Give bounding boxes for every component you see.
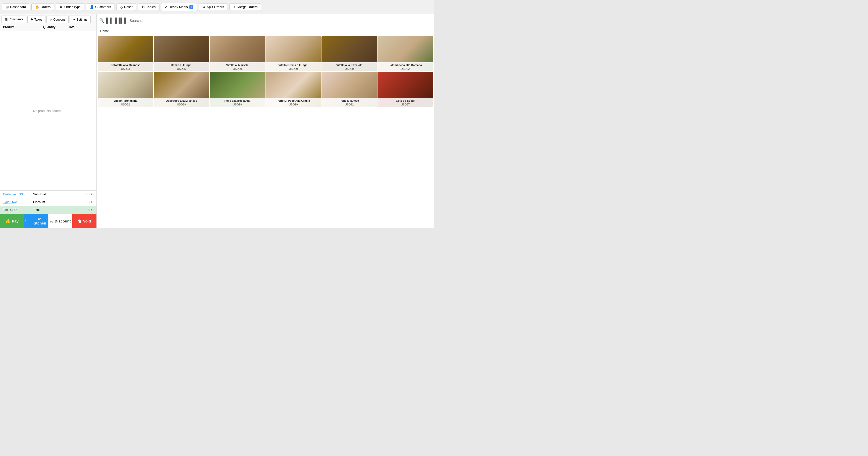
food-price: USD37: [378, 103, 432, 106]
dashboard-label: Dashboard: [10, 5, 26, 9]
food-grid: Cotoletta alla Milanese USD23 Manzo ai F…: [97, 35, 434, 108]
food-item[interactable]: Petto Di Pollo Alla Griglia USD19: [266, 72, 321, 107]
ready-meals-button[interactable]: ✓ Ready Meals 0: [161, 3, 197, 11]
barcode-button[interactable]: ▌▌▐▐▌▌: [106, 18, 128, 23]
product-table-header: Product Quantity Total: [0, 23, 96, 31]
food-overlay: Saltimbocca alla Romana USD22: [377, 62, 433, 71]
void-button[interactable]: 🗑 Void: [72, 214, 96, 228]
order-summary: Customer : N/A Sub Total USD0 Type : N/A…: [0, 190, 96, 214]
merge-orders-button[interactable]: ✳ Merge Orders: [229, 3, 261, 11]
tab-bar: ▦ Comments ⚑ Taxes ◎ Coupons ✱ Settings: [0, 14, 96, 23]
kitchen-icon: 🍴: [24, 219, 29, 223]
customers-button[interactable]: 👤 Customers: [86, 3, 115, 11]
pay-button[interactable]: 💰 Pay: [0, 214, 24, 228]
tab-taxes[interactable]: ⚑ Taxes: [27, 15, 45, 23]
food-item[interactable]: Pollo alla Boscaiola USD19: [210, 72, 265, 107]
orders-label: Orders: [41, 5, 51, 9]
subtotal-label: Sub Total: [33, 193, 63, 196]
product-list: No products added...: [0, 31, 96, 190]
col-product: Product: [3, 25, 43, 29]
tab-comments[interactable]: ▦ Comments: [1, 15, 26, 23]
order-type-button[interactable]: 🖥 Order Type: [56, 3, 84, 11]
tab-coupons[interactable]: ◎ Coupons: [46, 15, 68, 23]
breadcrumb: Home ›: [97, 27, 434, 35]
food-item[interactable]: Cotoletta alla Milanese USD23: [98, 36, 153, 71]
food-overlay: Manzo ai Funghi USD25: [154, 62, 209, 71]
food-name: Vitello Parmigiana: [99, 99, 152, 102]
type-row: Type : N/A Discount USD0: [0, 198, 96, 206]
discount-button[interactable]: % Discount: [48, 214, 72, 228]
food-item[interactable]: Saltimbocca alla Romana USD22: [377, 36, 433, 71]
food-overlay: Vitello Parmigiana USD22: [98, 98, 153, 107]
void-icon: 🗑: [78, 219, 82, 223]
customers-icon: 👤: [90, 5, 94, 9]
search-button[interactable]: 🔍: [99, 18, 104, 23]
breadcrumb-chevron: ›: [111, 29, 112, 33]
food-item[interactable]: Vitello Parmigiana USD22: [98, 72, 153, 107]
food-item[interactable]: Ossobuco alla Milanese USD29: [154, 72, 209, 107]
food-overlay: Ossobuco alla Milanese USD29: [154, 98, 209, 107]
food-name: Petto Di Pollo Alla Griglia: [267, 99, 320, 102]
main-layout: ▦ Comments ⚑ Taxes ◎ Coupons ✱ Settings …: [0, 14, 434, 228]
kitchen-button[interactable]: 🍴 To Kitchen: [24, 214, 48, 228]
subtotal-value: USD0: [63, 193, 93, 196]
food-overlay: Vitello Crema e Funghi USD20: [266, 62, 321, 71]
food-name: Cotoletta alla Milanese: [99, 64, 152, 67]
food-price: USD22: [378, 67, 432, 70]
food-item[interactable]: Vitello alla Pizzaiola USD20: [321, 36, 377, 71]
food-name: Manzo ai Funghi: [155, 64, 208, 67]
food-name: Vitello al Marsala: [211, 64, 264, 67]
discount-label: Discount: [55, 219, 71, 223]
orders-button[interactable]: ✋ Orders: [31, 3, 55, 11]
dashboard-button[interactable]: ⊞ Dashboard: [2, 3, 30, 11]
food-overlay: Cote de Boeuf USD37: [377, 98, 433, 107]
food-price: USD20: [211, 67, 264, 70]
coupons-icon: ◎: [50, 18, 52, 21]
top-navigation: ⊞ Dashboard ✋ Orders 🖥 Order Type 👤 Cust…: [0, 0, 434, 14]
col-quantity: Quantity: [43, 25, 68, 29]
customers-label: Customers: [95, 5, 111, 9]
comments-icon: ▦: [5, 18, 7, 21]
reset-label: Reset: [124, 5, 133, 9]
tab-settings[interactable]: ✱ Settings: [69, 15, 90, 23]
action-buttons: 💰 Pay 🍴 To Kitchen % Discount 🗑 Void: [0, 214, 96, 228]
total-value: USD0: [63, 208, 93, 212]
tax-label: Tax : USD0: [3, 208, 33, 212]
food-name: Ossobuco alla Milanese: [155, 99, 208, 102]
left-panel: ▦ Comments ⚑ Taxes ◎ Coupons ✱ Settings …: [0, 14, 97, 228]
tables-icon: ⚙: [142, 5, 145, 9]
right-panel: 🔍 ▌▌▐▐▌▌ Home › Cotoletta alla Milanese …: [97, 14, 434, 228]
food-overlay: Petto Di Pollo Alla Griglia USD19: [266, 98, 321, 107]
tables-button[interactable]: ⚙ Tables: [138, 3, 159, 11]
reset-button[interactable]: ◇ Reset: [116, 3, 136, 11]
settings-icon: ✱: [73, 18, 75, 21]
food-item[interactable]: Vitello Crema e Funghi USD20: [266, 36, 321, 71]
food-item[interactable]: Manzo ai Funghi USD25: [154, 36, 209, 71]
food-item[interactable]: Cote de Boeuf USD37: [377, 72, 433, 107]
pay-label: Pay: [12, 219, 19, 223]
reset-icon: ◇: [120, 5, 123, 9]
split-icon: ⇔: [203, 5, 206, 9]
food-price: USD19: [211, 103, 264, 106]
total-label: Total: [33, 208, 63, 212]
home-breadcrumb[interactable]: Home: [100, 29, 109, 33]
merge-orders-label: Merge Orders: [237, 5, 257, 9]
type-label[interactable]: Type : N/A: [3, 200, 33, 204]
food-price: USD20: [267, 67, 320, 70]
food-item[interactable]: Pollo Milanese USD22: [321, 72, 377, 107]
food-name: Cote de Boeuf: [378, 99, 432, 102]
split-orders-button[interactable]: ⇔ Split Orders: [199, 3, 228, 11]
food-price: USD25: [155, 67, 208, 70]
customer-row: Customer : N/A Sub Total USD0: [0, 191, 96, 198]
food-price: USD22: [322, 103, 376, 106]
empty-message: No products added...: [33, 109, 64, 113]
food-name: Saltimbocca alla Romana: [378, 64, 432, 67]
tables-label: Tables: [146, 5, 156, 9]
search-input[interactable]: [130, 19, 432, 23]
tab-coupons-label: Coupons: [53, 18, 65, 21]
customer-label[interactable]: Customer : N/A: [3, 193, 33, 196]
taxes-icon: ⚑: [31, 18, 33, 21]
food-name: Pollo Milanese: [322, 99, 376, 102]
discount-value: USD0: [63, 200, 93, 204]
food-item[interactable]: Vitello al Marsala USD20: [210, 36, 265, 71]
